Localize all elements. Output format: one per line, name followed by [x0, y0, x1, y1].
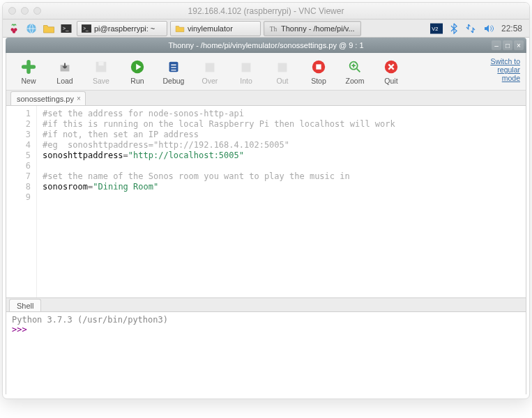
switch-mode-link[interactable]: Switch to regular mode — [490, 57, 520, 82]
taskbar-item-thonny[interactable]: Th Thonny - /home/pi/v... — [264, 21, 361, 36]
mac-titlebar: 192.168.4.102 (raspberrypi) - VNC Viewer — [3, 3, 529, 20]
line-gutter: 123456789 — [6, 106, 37, 297]
tool-label: Out — [277, 77, 289, 85]
quit-button[interactable]: Quit — [373, 59, 409, 85]
mac-minimize-button[interactable] — [21, 7, 29, 15]
editor-tab[interactable]: sonossettings.py × — [10, 91, 86, 105]
tool-label: Debug — [163, 77, 185, 85]
tool-label: New — [21, 77, 36, 85]
svg-rect-16 — [242, 63, 251, 72]
pi-taskbar: >_ >_ pi@raspberrypi: ~ vinylemulator Th… — [3, 20, 529, 38]
thonny-titlebar: Thonny - /home/pi/vinylemulator/sonosset… — [6, 38, 526, 53]
file-manager-icon[interactable] — [40, 21, 57, 36]
mac-zoom-button[interactable] — [33, 7, 41, 15]
step-into-icon — [238, 59, 254, 75]
tool-label: Load — [56, 77, 73, 85]
svg-text:>_: >_ — [83, 26, 89, 31]
svg-rect-17 — [278, 63, 287, 72]
tool-label: Stop — [311, 77, 326, 85]
svg-text:V2: V2 — [432, 26, 438, 32]
mac-close-button[interactable] — [8, 7, 16, 15]
shell-panel[interactable]: Python 3.7.3 (/usr/bin/python3) >>> — [6, 312, 526, 394]
close-tab-icon[interactable]: × — [74, 93, 84, 103]
svg-rect-12 — [98, 61, 103, 65]
plus-icon — [20, 59, 37, 75]
volume-icon[interactable] — [483, 24, 494, 33]
play-icon — [129, 59, 146, 75]
run-button[interactable]: Run — [119, 59, 155, 85]
tool-label: Quit — [384, 77, 397, 85]
save-button[interactable]: Save — [83, 59, 119, 85]
shell-tab[interactable]: Shell — [9, 299, 41, 311]
globe-icon[interactable] — [23, 21, 40, 36]
clock[interactable]: 22:58 — [501, 24, 522, 33]
tool-label: Run — [130, 77, 144, 85]
svg-rect-19 — [316, 64, 321, 69]
taskbar-item-folder[interactable]: vinylemulator — [170, 21, 261, 36]
tool-label: Zoom — [346, 77, 365, 85]
taskbar-item-label: pi@raspberrypi: ~ — [94, 24, 155, 33]
thonny-title: Thonny - /home/pi/vinylemulator/sonosset… — [168, 41, 363, 49]
mac-window-title: 192.168.4.102 (raspberrypi) - VNC Viewer — [3, 6, 529, 16]
svg-rect-15 — [206, 63, 215, 72]
thonny-maximize-button[interactable]: □ — [503, 40, 512, 50]
shell-prompt: >>> — [12, 325, 27, 334]
thonny-minimize-button[interactable]: – — [492, 40, 501, 50]
bluetooth-icon[interactable] — [450, 23, 458, 34]
editor-tab-label: sonossettings.py — [17, 95, 74, 103]
shell-info: Python 3.7.3 (/usr/bin/python3) — [12, 315, 520, 325]
taskbar-item-label: vinylemulator — [188, 24, 233, 33]
taskbar-item-label: Thonny - /home/pi/v... — [281, 24, 355, 33]
code-area[interactable]: #set the address for node-sonos-http-api… — [37, 106, 526, 297]
debug-button[interactable]: Debug — [155, 59, 192, 85]
quit-icon — [383, 59, 400, 75]
stop-icon — [310, 59, 327, 75]
save-icon — [93, 59, 109, 75]
thonny-toolbar: New Load Save Run Debug Over Into Out St… — [6, 53, 526, 91]
debug-icon — [165, 59, 182, 75]
svg-point-2 — [13, 30, 16, 33]
network-icon[interactable] — [465, 23, 476, 34]
new-button[interactable]: New — [10, 59, 47, 85]
svg-text:Th: Th — [270, 25, 278, 32]
raspberry-menu-icon[interactable] — [6, 21, 22, 36]
taskbar-item-terminal[interactable]: >_ pi@raspberrypi: ~ — [77, 21, 167, 36]
out-button[interactable]: Out — [264, 59, 301, 85]
tool-label: Over — [202, 77, 218, 85]
shell-tab-label: Shell — [17, 302, 33, 310]
step-out-icon — [274, 59, 291, 75]
code-editor[interactable]: 123456789 #set the address for node-sono… — [6, 106, 526, 298]
tool-label: Save — [93, 77, 109, 85]
tool-label: Into — [240, 77, 252, 85]
system-tray: V2 22:58 — [426, 23, 526, 34]
over-button[interactable]: Over — [192, 59, 228, 85]
zoom-icon — [347, 59, 363, 75]
load-button[interactable]: Load — [47, 59, 83, 85]
thonny-icon: Th — [268, 24, 278, 33]
step-over-icon — [202, 59, 218, 75]
terminal-icon: >_ — [82, 24, 91, 33]
terminal-icon[interactable]: >_ — [58, 21, 75, 36]
stop-button[interactable]: Stop — [301, 59, 337, 85]
zoom-button[interactable]: Zoom — [337, 59, 373, 85]
vnc-icon[interactable]: V2 — [430, 23, 443, 34]
into-button[interactable]: Into — [228, 59, 264, 85]
shell-tab-strip: Shell — [6, 298, 526, 312]
thonny-close-button[interactable]: × — [514, 40, 524, 50]
editor-tab-strip: sonossettings.py × — [6, 91, 526, 106]
folder-icon — [175, 24, 185, 33]
svg-text:>_: >_ — [63, 25, 69, 31]
load-icon — [56, 59, 73, 75]
